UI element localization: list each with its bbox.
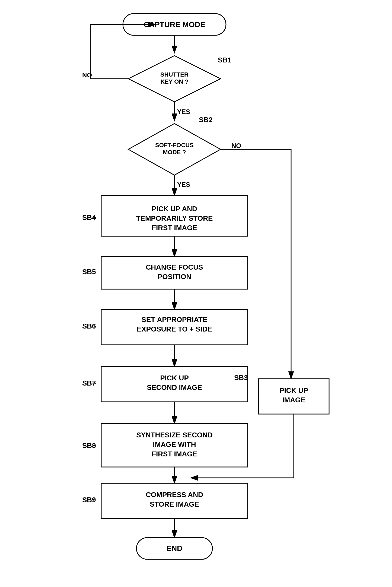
no-label-sb2: NO: [231, 142, 241, 149]
sb5-text-line1: CHANGE FOCUS: [146, 263, 203, 271]
svg-marker-9: [128, 124, 221, 175]
svg-text:~: ~: [92, 213, 96, 222]
sb4-label: SB4: [82, 213, 96, 222]
sb6-text-line1: SET APPROPRIATE: [141, 315, 207, 324]
svg-text:~: ~: [92, 441, 96, 450]
sb6-label: SB6: [82, 322, 96, 330]
svg-rect-28: [259, 379, 329, 414]
svg-rect-23: [101, 367, 248, 402]
sb4-text-line1: PICK UP AND: [152, 205, 197, 213]
soft-focus-label: SOFT-FOCUS: [155, 142, 194, 149]
svg-rect-20: [101, 310, 248, 345]
sb5-label: SB5: [82, 268, 96, 276]
svg-text:KEY ON ?: KEY ON ?: [160, 78, 189, 85]
sb7-text-line1: PICK UP: [160, 374, 189, 382]
flowchart-diagram: CAPTURE MODE SHUTTER KEY ON ? SB1 NO YES…: [47, 5, 345, 581]
sb4-text-line3: FIRST IMAGE: [152, 224, 197, 232]
sb4-text-line2: TEMPORARILY STORE: [136, 214, 213, 222]
svg-text:~: ~: [92, 322, 96, 330]
sb9-label: SB9: [82, 496, 96, 504]
svg-text:~: ~: [92, 496, 96, 504]
sb6-text-line2: EXPOSURE TO + SIDE: [137, 325, 212, 333]
sb2-label: SB2: [199, 116, 213, 124]
svg-rect-1: [123, 14, 226, 35]
sb8-label: SB8: [82, 441, 96, 450]
sb3-label: SB3: [234, 374, 248, 382]
sb8-text-line3: FIRST IMAGE: [152, 450, 197, 458]
end-label: END: [166, 544, 182, 553]
svg-marker-3: [128, 56, 221, 102]
sb9-text-line1: COMPRESS AND: [146, 491, 203, 499]
sb7-text-line2: SECOND IMAGE: [147, 383, 202, 392]
sb7-label: SB7: [82, 379, 96, 387]
svg-text:~: ~: [92, 268, 96, 276]
sb9-text-line2: STORE IMAGE: [150, 500, 199, 508]
svg-rect-35: [136, 538, 212, 559]
yes-label-sb1: YES: [177, 108, 190, 115]
svg-rect-17: [101, 257, 248, 289]
sb3-text-line1: PICK UP: [279, 386, 308, 395]
no-label-sb1: NO: [82, 71, 92, 79]
sb1-label: SB1: [218, 56, 232, 64]
sb8-text-line1: SYNTHESIZE SECOND: [136, 431, 213, 439]
svg-rect-32: [101, 483, 248, 519]
capture-mode-label: CAPTURE MODE: [144, 20, 205, 29]
sb8-text-line2: IMAGE WITH: [153, 440, 196, 449]
sb5-text-line2: POSITION: [157, 273, 191, 281]
svg-text:~: ~: [92, 379, 96, 387]
svg-rect-26: [101, 424, 248, 467]
svg-rect-14: [101, 195, 248, 236]
yes-label-sb2: YES: [177, 181, 190, 188]
svg-text:MODE ?: MODE ?: [163, 149, 186, 156]
sb3-text-line2: IMAGE: [282, 396, 305, 404]
shutter-key-label: SHUTTER: [160, 71, 189, 78]
